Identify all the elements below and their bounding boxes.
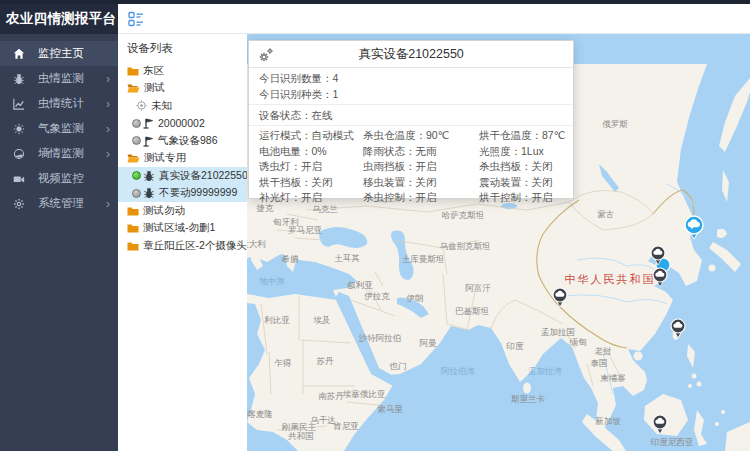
popup-detail-cell: 烘干挡板：关闭: [259, 175, 363, 191]
device-marker-dark[interactable]: [651, 266, 669, 293]
popup-divider: [249, 104, 573, 105]
popup-detail-cell: 杀虫仓温度：90℃: [363, 128, 479, 144]
folder-closed-icon: [127, 241, 139, 251]
device-popup-body: 今日识别数量：4今日识别种类：1设备状态：在线运行模式：自动模式杀虫仓温度：90…: [249, 68, 573, 206]
folder-open-icon: [127, 83, 140, 93]
popup-detail-cell: 烘干控制：开启: [479, 190, 565, 206]
tree-node-9[interactable]: 测试区域-勿删1: [118, 220, 247, 238]
chevron-right-icon: ›: [106, 123, 110, 135]
popup-detail-cell: 电池电量：0%: [259, 144, 363, 160]
tree-node-2[interactable]: 未知: [118, 97, 247, 115]
chevron-right-icon: ›: [106, 98, 110, 110]
status-dot-offline: [132, 189, 141, 198]
device-marker-dark[interactable]: [651, 413, 669, 440]
bug-icon: [0, 73, 38, 85]
station-device-icon: [143, 135, 154, 147]
tree-node-7[interactable]: 不要动99999999: [118, 185, 247, 203]
sidebar-item-label: 气象监测: [38, 121, 84, 136]
soil-icon: [0, 148, 38, 160]
folder-open-icon: [127, 153, 140, 163]
chevron-right-icon: ›: [106, 198, 110, 210]
sidebar-item-4[interactable]: 墒情监测›: [0, 141, 118, 166]
tree-node-label: 20000002: [158, 117, 205, 129]
tree-toggle-icon[interactable]: [128, 11, 144, 27]
sidebar-item-label: 虫情统计: [38, 96, 84, 111]
popup-detail-cell: 补光灯：开启: [259, 190, 363, 206]
popup-detail-cell: 移虫装置：关闭: [363, 175, 479, 191]
device-marker-blue[interactable]: [683, 214, 705, 246]
app-title: 农业四情测报平台: [0, 4, 118, 34]
app-window: 农业四情测报平台 监控主页虫情监测›虫情统计›气象监测›墒情监测›视频监控系统管…: [0, 0, 750, 451]
tree-node-6[interactable]: 真实设备21022550: [118, 167, 247, 185]
popup-detail-cell: 虫雨挡板：开启: [363, 159, 479, 175]
map-canvas[interactable]: 俄罗斯蒙古中华人民共和国哈萨克斯坦乌克兰捷克匈牙利罗马尼亚意大利希腊土耳其地中海…: [247, 34, 750, 451]
popup-detail-cell: 震动装置：关闭: [479, 175, 565, 191]
tree-node-3[interactable]: 20000002: [118, 115, 247, 133]
home-icon: [0, 48, 38, 60]
tree-node-label: 真实设备21022550: [159, 169, 247, 183]
chevron-right-icon: ›: [106, 73, 110, 85]
sidebar: 农业四情测报平台 监控主页虫情监测›虫情统计›气象监测›墒情监测›视频监控系统管…: [0, 4, 118, 451]
insect-device-icon: [143, 187, 155, 199]
unknown-target-icon: [136, 100, 147, 111]
sidebar-item-label: 墒情监测: [38, 146, 84, 161]
tree-node-label: 章丘阳丘区-2个摄像头: [143, 239, 247, 253]
device-tree: 东区测试未知20000002气象设备986测试专用真实设备21022550不要动…: [118, 62, 247, 255]
sidebar-menu: 监控主页虫情监测›虫情统计›气象监测›墒情监测›视频监控系统管理›: [0, 34, 118, 216]
tree-node-label: 测试勿动: [143, 204, 185, 218]
tree-node-label: 东区: [143, 64, 164, 78]
sidebar-item-2[interactable]: 虫情统计›: [0, 91, 118, 116]
device-marker-dark[interactable]: [669, 317, 687, 344]
sidebar-item-3[interactable]: 气象监测›: [0, 116, 118, 141]
tree-node-10[interactable]: 章丘阳丘区-2个摄像头: [118, 237, 247, 255]
settings-gears-icon[interactable]: [258, 47, 274, 63]
sidebar-item-label: 监控主页: [38, 46, 84, 61]
status-dot-offline: [132, 119, 141, 128]
insect-device-icon: [143, 170, 155, 182]
folder-closed-icon: [127, 223, 139, 233]
folder-closed-icon: [127, 66, 139, 76]
station-device-icon: [143, 117, 154, 129]
folder-closed-icon: [127, 206, 139, 216]
device-marker-dark[interactable]: [551, 286, 569, 313]
sidebar-item-label: 系统管理: [38, 196, 84, 211]
device-popup-header: 真实设备21022550: [249, 41, 573, 68]
tree-node-4[interactable]: 气象设备986: [118, 132, 247, 150]
popup-stat-row-0: 今日识别数量：4: [259, 70, 563, 86]
tree-node-label: 测试: [144, 81, 165, 95]
tree-node-0[interactable]: 东区: [118, 62, 247, 80]
device-popup: 真实设备21022550 今日识别数量：4今日识别种类：1设备状态：在线运行模式…: [248, 40, 574, 199]
weather-icon: [0, 123, 38, 135]
sidebar-item-5[interactable]: 视频监控: [0, 166, 118, 191]
chevron-right-icon: ›: [106, 148, 110, 160]
status-dot-offline: [132, 136, 141, 145]
sidebar-item-label: 虫情监测: [38, 71, 84, 86]
popup-divider: [249, 125, 573, 126]
device-list-title: 设备列表: [118, 34, 247, 62]
tree-node-label: 测试区域-勿删1: [143, 221, 215, 235]
toolbar: [118, 4, 750, 34]
popup-detail-cell: 烘干仓温度：87℃: [479, 128, 565, 144]
device-list-panel: 设备列表 东区测试未知20000002气象设备986测试专用真实设备210225…: [118, 34, 247, 451]
status-dot-online: [132, 171, 141, 180]
sidebar-item-label: 视频监控: [38, 171, 84, 186]
tree-node-8[interactable]: 测试勿动: [118, 202, 247, 220]
tree-node-1[interactable]: 测试: [118, 80, 247, 98]
gear-icon: [0, 198, 38, 210]
tree-node-label: 未知: [151, 99, 172, 113]
popup-detail-cell: 运行模式：自动模式: [259, 128, 363, 144]
tree-node-label: 测试专用: [144, 151, 186, 165]
tree-node-label: 气象设备986: [158, 134, 218, 148]
popup-detail-cell: 降雨状态：无雨: [363, 144, 479, 160]
device-popup-title: 真实设备21022550: [358, 46, 464, 63]
sidebar-item-6[interactable]: 系统管理›: [0, 191, 118, 216]
sidebar-item-0[interactable]: 监控主页: [0, 41, 118, 66]
tree-node-5[interactable]: 测试专用: [118, 150, 247, 168]
chart-icon: [0, 98, 38, 110]
tree-node-label: 不要动99999999: [159, 186, 237, 200]
popup-detail-grid: 运行模式：自动模式杀虫仓温度：90℃烘干仓温度：87℃电池电量：0%降雨状态：无…: [259, 128, 563, 206]
popup-stat-row-1: 今日识别种类：1: [259, 86, 563, 102]
popup-detail-cell: 杀虫控制：开启: [363, 190, 479, 206]
popup-status-row: 设备状态：在线: [259, 107, 563, 123]
sidebar-item-1[interactable]: 虫情监测›: [0, 66, 118, 91]
